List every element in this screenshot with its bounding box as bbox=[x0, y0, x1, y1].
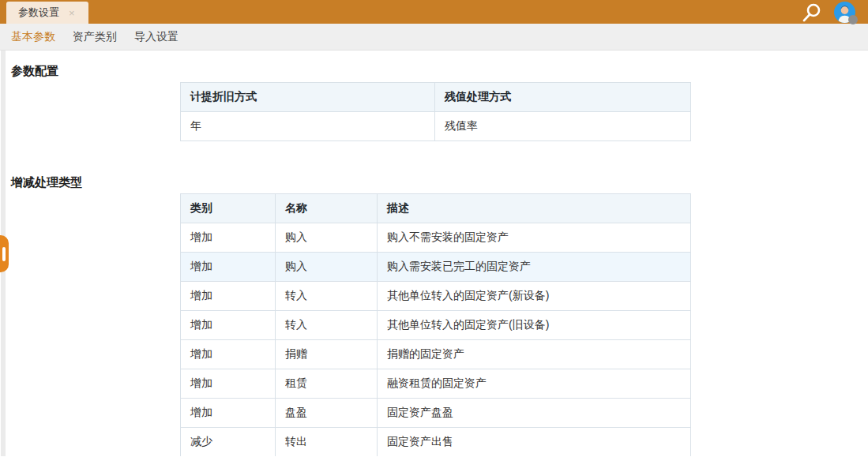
column-header-name: 名称 bbox=[276, 194, 378, 223]
table-row[interactable]: 年 残值率 bbox=[181, 112, 691, 141]
cell-name: 盘盈 bbox=[276, 399, 378, 428]
table-row[interactable]: 增加 转入 其他单位转入的固定资产(新设备) bbox=[181, 282, 691, 311]
close-icon[interactable]: × bbox=[69, 8, 75, 18]
tab-basic-parameters[interactable]: 基本参数 bbox=[11, 30, 55, 44]
settings-tab-bar: 基本参数 资产类别 导入设置 bbox=[0, 24, 868, 51]
column-header-description: 描述 bbox=[378, 194, 691, 223]
tab-asset-category[interactable]: 资产类别 bbox=[73, 30, 117, 44]
table-row[interactable]: 减少 转出 固定资产出售 bbox=[181, 428, 691, 457]
grip-icon bbox=[2, 247, 6, 261]
cell-name: 租赁 bbox=[276, 369, 378, 399]
main-content: 参数配置 计提折旧方式 残值处理方式 年 残值率 增减处理类型 类别 名称 描述 bbox=[0, 51, 868, 456]
table-row[interactable]: 增加 购入 购入不需安装的固定资产 bbox=[181, 223, 691, 253]
table-row[interactable]: 增加 盘盈 固定资产盘盈 bbox=[181, 399, 691, 428]
document-tab-parameter-settings[interactable]: 参数设置 × bbox=[6, 2, 88, 24]
cell-description: 捐赠的固定资产 bbox=[378, 340, 691, 369]
topbar-actions bbox=[801, 0, 868, 24]
table-header-row: 计提折旧方式 残值处理方式 bbox=[181, 83, 691, 112]
cell-description: 固定资产盘盈 bbox=[378, 399, 691, 428]
cell-category: 增加 bbox=[181, 253, 276, 282]
top-bar: 参数设置 × bbox=[0, 0, 868, 24]
cell-name: 转入 bbox=[276, 311, 378, 340]
user-avatar[interactable] bbox=[834, 2, 855, 23]
cell-category: 减少 bbox=[181, 428, 276, 457]
document-tab-label: 参数设置 bbox=[18, 6, 59, 20]
cell-category: 增加 bbox=[181, 282, 276, 311]
table-row[interactable]: 增加 转入 其他单位转入的固定资产(旧设备) bbox=[181, 311, 691, 340]
parameter-config-table: 计提折旧方式 残值处理方式 年 残值率 bbox=[180, 82, 691, 141]
cell-name: 购入 bbox=[276, 253, 378, 282]
table-row[interactable]: 增加 租赁 融资租赁的固定资产 bbox=[181, 369, 691, 399]
table-row[interactable]: 增加 捐赠 捐赠的固定资产 bbox=[181, 340, 691, 369]
cell-category: 增加 bbox=[181, 340, 276, 369]
tab-import-settings[interactable]: 导入设置 bbox=[134, 30, 178, 44]
section-title-parameter-config: 参数配置 bbox=[11, 65, 868, 77]
cell-category: 增加 bbox=[181, 369, 276, 399]
column-header-category: 类别 bbox=[181, 194, 276, 223]
cell-description: 购入需安装已完工的固定资产 bbox=[378, 253, 691, 282]
cell-description: 其他单位转入的固定资产(新设备) bbox=[378, 282, 691, 311]
column-header: 残值处理方式 bbox=[435, 83, 691, 112]
cell-name: 购入 bbox=[276, 223, 378, 253]
table-row[interactable]: 增加 购入 购入需安装已完工的固定资产 bbox=[181, 253, 691, 282]
search-icon[interactable] bbox=[801, 2, 821, 24]
status-dot-icon bbox=[848, 15, 858, 24]
cell-category: 增加 bbox=[181, 399, 276, 428]
cell-description: 其他单位转入的固定资产(旧设备) bbox=[378, 311, 691, 340]
table-header-row: 类别 名称 描述 bbox=[181, 194, 691, 223]
cell-description: 融资租赁的固定资产 bbox=[378, 369, 691, 399]
cell-category: 增加 bbox=[181, 223, 276, 253]
inc-dec-types-table: 类别 名称 描述 增加 购入 购入不需安装的固定资产 增加 购入 购入需安装已完… bbox=[180, 193, 691, 456]
cell-description: 购入不需安装的固定资产 bbox=[378, 223, 691, 253]
cell-residual-method: 残值率 bbox=[435, 112, 691, 141]
cell-category: 增加 bbox=[181, 311, 276, 340]
cell-name: 转出 bbox=[276, 428, 378, 457]
column-header: 计提折旧方式 bbox=[181, 83, 435, 112]
cell-depreciation-method: 年 bbox=[181, 112, 435, 141]
cell-name: 捐赠 bbox=[276, 340, 378, 369]
section-title-inc-dec-types: 增减处理类型 bbox=[11, 176, 868, 189]
cell-description: 固定资产出售 bbox=[378, 428, 691, 457]
cell-name: 转入 bbox=[276, 282, 378, 311]
drawer-toggle-handle[interactable] bbox=[0, 235, 9, 272]
